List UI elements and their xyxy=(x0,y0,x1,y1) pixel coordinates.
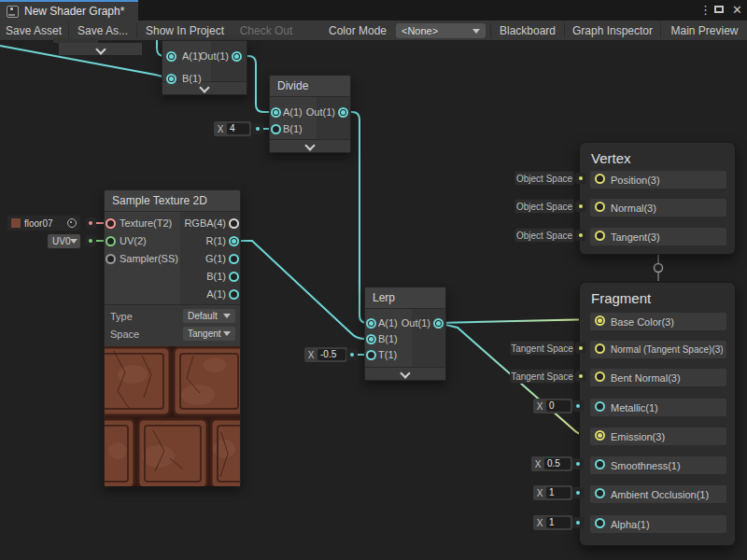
vertex-position-row[interactable]: Position(3) xyxy=(590,171,726,189)
vertex-position-port[interactable] xyxy=(595,174,605,184)
clipped-node-collapse-bar[interactable] xyxy=(59,43,142,55)
blackboard-button[interactable]: Blackboard xyxy=(492,21,563,40)
sample-g-port[interactable] xyxy=(229,254,239,264)
add-a-label: A(1) xyxy=(182,50,202,62)
add-node-collapse-bar[interactable] xyxy=(162,81,247,94)
add-node[interactable] xyxy=(162,40,247,95)
active-tab[interactable]: New Shader Graph* xyxy=(0,0,138,21)
graph-inspector-button[interactable]: Graph Inspector xyxy=(566,21,659,40)
field-value[interactable]: 0 xyxy=(546,400,571,412)
vertex-normal-port[interactable] xyxy=(595,202,605,212)
wire-lerp-to-basecolor[interactable] xyxy=(438,319,598,323)
field-value[interactable]: -0.5 xyxy=(317,349,345,360)
emission-port[interactable] xyxy=(595,430,605,441)
lerp-t-connector-dot[interactable] xyxy=(346,349,358,360)
sample-a-port[interactable] xyxy=(229,289,239,300)
save-asset-button[interactable]: Save Asset xyxy=(0,21,67,40)
toolbar-separator xyxy=(68,22,69,38)
position-space-pill[interactable]: Object Space xyxy=(514,171,574,186)
maximize-icon[interactable] xyxy=(714,6,724,13)
normalts-port[interactable] xyxy=(595,343,605,354)
fragment-normalts-row[interactable]: Normal (Tangent Space)(3) xyxy=(590,341,726,358)
color-mode-dropdown[interactable]: <None> xyxy=(396,23,486,38)
tangent-connector-dot[interactable] xyxy=(575,230,586,241)
alpha-port[interactable] xyxy=(595,518,605,528)
texture-connector-dot[interactable] xyxy=(85,217,96,229)
normal-space-pill[interactable]: Object Space xyxy=(514,199,574,214)
alpha-connector-dot[interactable] xyxy=(572,517,584,528)
normalts-connector-dot[interactable] xyxy=(575,343,586,354)
lerp-t-port[interactable] xyxy=(366,350,376,360)
sample-texture-port[interactable] xyxy=(106,218,116,229)
bentnormal-space-pill[interactable]: Tangent Space xyxy=(510,369,574,384)
wire-r-to-lerp-b[interactable] xyxy=(233,241,371,339)
field-value[interactable]: 1 xyxy=(546,487,571,498)
field-value[interactable]: 0.5 xyxy=(544,458,571,469)
block-stem-connector[interactable] xyxy=(655,264,663,273)
sample-r-port[interactable] xyxy=(229,236,239,246)
divide-out-port[interactable] xyxy=(338,107,348,118)
lerp-collapse-bar[interactable] xyxy=(365,367,445,380)
field-value[interactable]: 4 xyxy=(227,123,249,134)
toolbar-separator xyxy=(660,22,661,38)
vertex-tangent-row[interactable]: Tangent(3) xyxy=(590,228,726,245)
fragment-bentnormal-row[interactable]: Bent Normal(3) xyxy=(590,369,726,386)
metallic-field[interactable]: X 0 xyxy=(533,399,572,413)
sample-uv-port[interactable] xyxy=(106,236,116,246)
ao-field[interactable]: X 1 xyxy=(533,485,572,500)
normalts-space-pill[interactable]: Tangent Space xyxy=(510,341,574,356)
lerp-out-port[interactable] xyxy=(433,318,444,329)
alpha-field[interactable]: X 1 xyxy=(533,515,572,530)
add-b-port[interactable] xyxy=(166,74,176,84)
sample-space-dropdown[interactable]: Tangent xyxy=(183,327,235,341)
sample-rgba-port[interactable] xyxy=(229,218,239,229)
divide-b-connector-dot[interactable] xyxy=(252,123,263,134)
fragment-metallic-row[interactable]: Metallic(1) xyxy=(590,399,726,416)
tangent-space-pill[interactable]: Object Space xyxy=(514,228,574,243)
metallic-connector-dot[interactable] xyxy=(572,400,584,412)
lerp-t-field[interactable]: X -0.5 xyxy=(304,347,347,362)
ao-connector-dot[interactable] xyxy=(572,487,584,498)
texture-asset-field[interactable]: floor07 xyxy=(7,216,80,231)
divide-b-field[interactable]: X 4 xyxy=(214,121,251,136)
normal-connector-dot[interactable] xyxy=(575,201,586,212)
window-menu-icon[interactable]: ⋮ xyxy=(699,2,712,19)
sample-type-dropdown[interactable]: Default xyxy=(183,309,235,323)
uv-connector-dot[interactable] xyxy=(85,235,96,246)
main-preview-button[interactable]: Main Preview xyxy=(662,21,747,40)
divide-collapse-bar[interactable] xyxy=(270,139,350,152)
ao-port[interactable] xyxy=(595,488,605,498)
sample-b-port[interactable] xyxy=(229,272,239,282)
vertex-tangent-port[interactable] xyxy=(595,231,605,241)
save-as-button[interactable]: Save As... xyxy=(70,21,135,40)
lerp-node[interactable]: Lerp xyxy=(364,287,446,381)
smoothness-port[interactable] xyxy=(595,459,605,469)
lerp-a-port[interactable] xyxy=(366,318,376,329)
metallic-port[interactable] xyxy=(595,401,605,412)
smoothness-field[interactable]: X 0.5 xyxy=(531,456,572,471)
fragment-emission-row[interactable]: Emission(3) xyxy=(590,427,726,445)
basecolor-port[interactable] xyxy=(595,315,605,326)
bentnormal-connector-dot[interactable] xyxy=(575,371,586,382)
fragment-smoothness-row[interactable]: Smoothness(1) xyxy=(590,456,726,474)
lerp-b-port[interactable] xyxy=(366,334,376,344)
divide-b-port[interactable] xyxy=(271,124,281,134)
object-picker-icon[interactable] xyxy=(67,218,77,228)
add-a-port[interactable] xyxy=(166,51,176,62)
fragment-basecolor-row[interactable]: Base Color(3) xyxy=(590,313,726,330)
bentnormal-port[interactable] xyxy=(595,371,605,382)
fragment-alpha-row[interactable]: Alpha(1) xyxy=(590,515,726,533)
field-x-label: X xyxy=(304,350,317,360)
show-in-project-button[interactable]: Show In Project xyxy=(138,21,232,40)
divide-a-port[interactable] xyxy=(271,107,281,118)
chevron-down-icon xyxy=(400,368,410,378)
field-value[interactable]: 1 xyxy=(546,517,571,528)
close-icon[interactable]: ✕ xyxy=(732,2,742,19)
add-out-port[interactable] xyxy=(232,51,242,62)
position-connector-dot[interactable] xyxy=(575,173,586,184)
sample-sampler-port[interactable] xyxy=(106,254,116,264)
smoothness-connector-dot[interactable] xyxy=(572,458,584,469)
fragment-ao-row[interactable]: Ambient Occlusion(1) xyxy=(590,485,726,503)
uv-channel-dropdown[interactable]: UV0 xyxy=(48,234,80,248)
vertex-normal-row[interactable]: Normal(3) xyxy=(590,199,726,217)
